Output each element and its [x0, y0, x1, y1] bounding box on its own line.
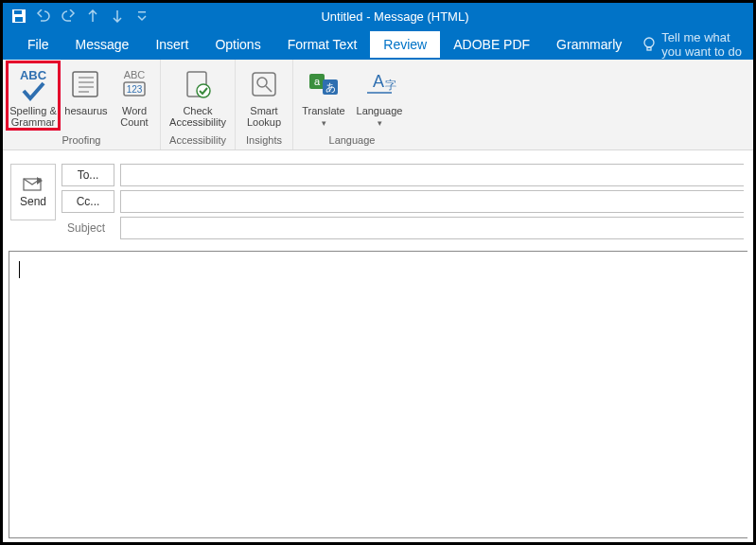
svg-text:あ: あ [325, 81, 336, 93]
word-count-icon: ABC 123 [114, 65, 154, 103]
word-count-button[interactable]: ABC 123 Word Count [114, 63, 154, 128]
arrow-down-icon[interactable] [109, 8, 126, 25]
quick-access-toolbar [3, 8, 150, 25]
tab-review-highlight: Review [370, 31, 440, 58]
thesaurus-button[interactable]: hesaurus [63, 63, 109, 116]
word-count-label: Word Count [114, 105, 154, 128]
svg-point-18 [257, 78, 267, 87]
svg-rect-1 [14, 10, 22, 14]
smart-lookup-icon [241, 65, 287, 103]
chevron-down-icon: ▾ [378, 118, 382, 128]
accessibility-icon [167, 65, 229, 103]
thesaurus-icon [63, 65, 109, 103]
customize-qa-icon[interactable] [133, 8, 150, 25]
spelling-grammar-label: Spelling & Grammar [9, 105, 58, 128]
ribbon-tabs: File Message Insert Options Format Text … [3, 29, 753, 60]
lightbulb-icon [642, 37, 656, 52]
tell-me-search[interactable]: Tell me what you want to do [642, 30, 742, 59]
svg-text:ABC: ABC [124, 69, 146, 80]
group-language-label: Language [299, 132, 405, 148]
title-bar: Untitled - Message (HTML) [3, 3, 753, 29]
send-button[interactable]: Send [10, 164, 56, 220]
group-insights-label: Insights [241, 132, 287, 148]
language-icon: A字 [354, 65, 405, 103]
svg-rect-17 [253, 73, 275, 96]
spelling-icon: ABC [9, 65, 58, 103]
spelling-grammar-button[interactable]: ABC Spelling & Grammar [6, 61, 61, 131]
subject-label: Subject [62, 221, 114, 235]
redo-icon[interactable] [60, 8, 77, 25]
message-body[interactable] [9, 251, 747, 538]
arrow-up-icon[interactable] [84, 8, 101, 25]
svg-line-19 [266, 86, 272, 92]
window-title: Untitled - Message (HTML) [150, 9, 640, 24]
svg-rect-2 [15, 17, 23, 22]
save-icon[interactable] [10, 8, 27, 25]
svg-rect-7 [73, 72, 97, 97]
tab-insert[interactable]: Insert [142, 31, 202, 58]
tab-adobe-pdf[interactable]: ADOBE PDF [440, 31, 543, 58]
check-accessibility-label: Check Accessibility [167, 105, 229, 128]
check-accessibility-button[interactable]: Check Accessibility [167, 63, 229, 128]
tab-grammarly[interactable]: Grammarly [543, 31, 635, 58]
send-label: Send [20, 195, 46, 208]
svg-text:ABC: ABC [20, 68, 47, 82]
translate-icon: aあ [299, 65, 348, 103]
group-accessibility: Check Accessibility Accessibility [161, 60, 236, 149]
translate-label: Translate [302, 105, 344, 116]
group-accessibility-label: Accessibility [167, 132, 229, 148]
tab-review[interactable]: Review [370, 31, 440, 58]
to-button[interactable]: To... [62, 164, 114, 186]
svg-text:a: a [314, 76, 321, 87]
thesaurus-label: hesaurus [63, 105, 109, 116]
svg-rect-5 [647, 47, 651, 50]
tab-message[interactable]: Message [62, 31, 143, 58]
svg-rect-3 [138, 11, 146, 13]
compose-header: Send To... Cc... Subject [3, 150, 753, 245]
tab-file[interactable]: File [14, 31, 62, 58]
cc-button[interactable]: Cc... [62, 190, 114, 213]
undo-icon[interactable] [35, 8, 52, 25]
tab-format-text[interactable]: Format Text [274, 31, 371, 58]
tell-me-label: Tell me what you want to do [661, 30, 742, 59]
send-icon [23, 176, 44, 191]
group-language: aあ Translate▾ A字 Language▾ Language [293, 60, 411, 149]
text-cursor [19, 261, 20, 278]
svg-point-4 [644, 38, 654, 47]
group-proofing-label: Proofing [9, 132, 154, 148]
cc-field[interactable] [120, 190, 744, 213]
smart-lookup-label: Smart Lookup [241, 105, 287, 128]
smart-lookup-button[interactable]: Smart Lookup [241, 63, 287, 128]
tab-options[interactable]: Options [202, 31, 273, 58]
to-field[interactable] [120, 164, 744, 186]
subject-field[interactable] [120, 217, 744, 239]
svg-text:123: 123 [127, 84, 143, 95]
language-button[interactable]: A字 Language▾ [354, 63, 405, 129]
svg-point-16 [197, 84, 210, 97]
translate-button[interactable]: aあ Translate▾ [299, 63, 348, 129]
svg-text:A: A [373, 72, 384, 91]
svg-text:字: 字 [385, 79, 396, 92]
chevron-down-icon: ▾ [322, 118, 326, 128]
group-insights: Smart Lookup Insights [236, 60, 293, 149]
language-label: Language [357, 105, 403, 116]
group-proofing: ABC Spelling & Grammar hesaurus [3, 60, 161, 149]
ribbon: ABC Spelling & Grammar hesaurus [3, 60, 753, 150]
